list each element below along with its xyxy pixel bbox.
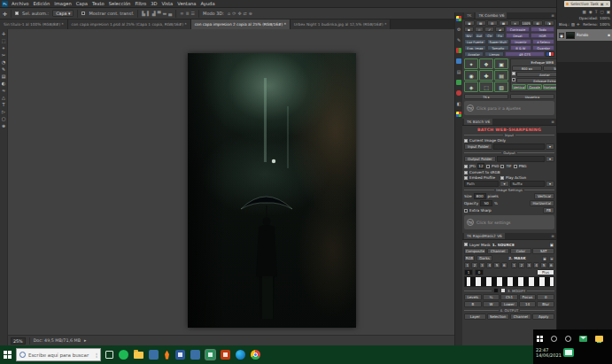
word-icon[interactable] (175, 350, 185, 360)
input-folder-button[interactable]: Input Folder (464, 143, 492, 150)
tk-action-button[interactable]: á Selecc (532, 39, 554, 44)
tk-batch-tab[interactable]: TK Batch V6 (464, 119, 492, 125)
extra-sharpen-checkbox[interactable] (512, 78, 515, 81)
tool-icon[interactable]: ⊕ (2, 124, 5, 128)
play-action-checkbox[interactable] (500, 176, 504, 180)
zone-button[interactable]: 3 (479, 262, 485, 268)
modify-button[interactable]: W (483, 301, 500, 307)
output-button[interactable]: Layer (464, 314, 486, 320)
modify-button[interactable]: Lower (500, 301, 518, 307)
current-image-only-checkbox[interactable] (464, 139, 468, 143)
edge-icon[interactable] (236, 350, 245, 360)
document-tab[interactable]: Urbex Night 1 budinka.jpg al 12,5% (RGB/… (291, 19, 391, 29)
tk-action-button[interactable]: 48 GTS (505, 51, 545, 57)
tool-icon[interactable]: ⬚ (2, 39, 6, 43)
psd-checkbox[interactable] (486, 165, 490, 168)
menu-item[interactable]: Capa (76, 1, 88, 6)
tk-grid-button[interactable]: ◈ (464, 81, 478, 92)
menu-item[interactable]: Ayuda (201, 1, 215, 6)
tk-grid-button[interactable]: ▤ (494, 70, 508, 81)
input-folder-field[interactable] (493, 143, 545, 150)
web-sharpen-button[interactable]: Horizontal (543, 84, 557, 89)
size-field[interactable]: 800 (474, 193, 486, 199)
output-button[interactable]: Channel (510, 314, 532, 320)
excel-icon-active[interactable] (205, 350, 215, 360)
file-explorer-icon[interactable] (134, 352, 143, 359)
path-dropdown-arrow[interactable]: ▾ (500, 181, 508, 187)
lock-position-icon[interactable]: ✛ (577, 22, 580, 27)
modify-button[interactable]: ¼ (483, 294, 500, 300)
tk-action-button[interactable]: Ctr (484, 33, 494, 38)
filter-smart-icon[interactable]: ▣ (607, 10, 610, 14)
zone-button[interactable]: 2 (518, 262, 524, 268)
tk-footer-button[interactable]: Usuario ▸ (510, 94, 554, 99)
tool-icon[interactable]: ✂ (2, 53, 5, 58)
tool-icon[interactable]: ▤ (2, 74, 6, 79)
web-sharpen-button[interactable]: Google (527, 84, 541, 89)
opacity-field[interactable]: 50 (480, 200, 492, 206)
tk-action-button[interactable]: Acoplar (464, 51, 484, 57)
zone-button[interactable]: 1 (511, 262, 517, 268)
lock-transparency-icon[interactable]: ▨ (571, 22, 575, 27)
panel-menu-icon[interactable]: ≣ (551, 13, 554, 18)
panel-icon[interactable] (456, 90, 461, 96)
tool-icon[interactable]: ≈ (2, 89, 5, 93)
mode3d-buttons[interactable]: ⌂⟳✥⇄⊕ (228, 11, 252, 16)
close-icon[interactable]: ✕ (606, 2, 608, 6)
layer-thumbnail[interactable] (566, 32, 575, 39)
panel-icon[interactable]: ✎ (457, 37, 461, 43)
vertical-button[interactable]: Vertical (534, 193, 554, 199)
zoom-level-field[interactable]: 25% (11, 337, 26, 345)
tool-icon[interactable]: ✎ (2, 67, 5, 72)
taskbar-search[interactable]: Escribe aquí para buscar ¦ (16, 348, 101, 361)
modify-button[interactable]: 14 (519, 301, 537, 307)
file-explorer-icon-secondary[interactable] (595, 336, 603, 342)
filter-type-icon[interactable]: T (595, 10, 598, 14)
zone-button[interactable]: 6 (501, 262, 507, 268)
rgb-button[interactable]: RGB (464, 255, 475, 261)
mail-icon[interactable] (579, 336, 587, 342)
tk-brush-button[interactable]: ◆ (464, 27, 474, 32)
distribute-buttons[interactable]: ≡≣☰ (180, 11, 195, 16)
spotify-icon[interactable] (119, 350, 128, 360)
tk-grid-button[interactable]: ❖ (479, 58, 493, 69)
tool-icon[interactable]: T (2, 103, 4, 107)
opacity-value[interactable]: 100% (600, 16, 610, 20)
cortana-icon-secondary[interactable] (551, 336, 557, 342)
panel-icon[interactable]: ⚙ (457, 27, 461, 32)
tk-grid-button[interactable]: ✦ (464, 58, 478, 69)
png-checkbox[interactable] (514, 165, 517, 168)
layer-mask-checkbox[interactable] (464, 243, 468, 246)
tk-icon-button[interactable]: ▧ (532, 20, 543, 26)
layer-row-background[interactable]: ● Fondo ▪ (557, 29, 612, 41)
convert-srgb-checkbox[interactable] (464, 171, 468, 174)
input-browse-icon[interactable]: ▾ (546, 143, 554, 150)
menu-item[interactable]: Archivo (12, 1, 28, 6)
embed-profile-checkbox[interactable] (464, 176, 468, 180)
app-icon-2[interactable] (190, 350, 200, 360)
menu-item[interactable]: Selección (109, 1, 131, 6)
size-button[interactable]: 800 px (512, 66, 542, 71)
tool-icon[interactable]: ▢ (2, 117, 6, 121)
panel-menu-icon[interactable]: ≣ (551, 234, 554, 238)
mask-add-icon[interactable]: + (549, 256, 554, 261)
color-panel-icon[interactable] (456, 16, 461, 21)
suffix-dropdown-arrow[interactable]: ▾ (546, 181, 554, 187)
modify-button[interactable]: Levels (464, 294, 482, 300)
tk-action-button[interactable]: Super Mult (487, 39, 509, 44)
tif-checkbox[interactable] (500, 165, 504, 168)
zone-button[interactable]: 4 (486, 262, 492, 268)
tk-action-button[interactable]: Lienzo (484, 51, 504, 57)
flag-icon[interactable] (546, 51, 554, 57)
tk-icon-button[interactable]: ✕ (510, 20, 521, 26)
notification-toolbar[interactable]: Selective Task ▣ ✕ (564, 1, 610, 7)
tk-brush-button[interactable]: ✓ (484, 27, 494, 32)
tk-brush-button[interactable]: ▰ (495, 27, 505, 32)
tk-icon-button[interactable]: ◨ (544, 20, 554, 26)
tk-mini-tab[interactable]: TK (464, 12, 474, 19)
fb-button[interactable]: FB (543, 207, 554, 213)
output-button[interactable]: Selection (487, 314, 509, 320)
tk-settings-hint[interactable]: TK Click para ir a Ajustes (464, 101, 554, 115)
menu-item[interactable]: Vista (161, 1, 173, 6)
tk-grid-button[interactable]: ▣ (494, 58, 508, 69)
